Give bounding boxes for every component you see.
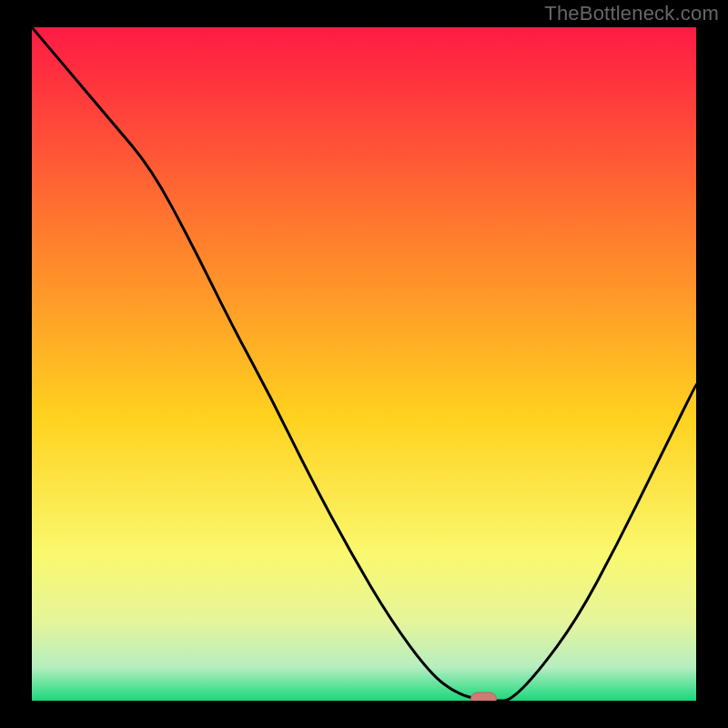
plot-area (32, 27, 696, 701)
optimal-marker (470, 693, 496, 701)
bottleneck-curve-chart (32, 27, 696, 701)
gradient-background (32, 27, 696, 701)
watermark-text: TheBottleneck.com (544, 2, 719, 25)
chart-frame: TheBottleneck.com (0, 0, 728, 728)
